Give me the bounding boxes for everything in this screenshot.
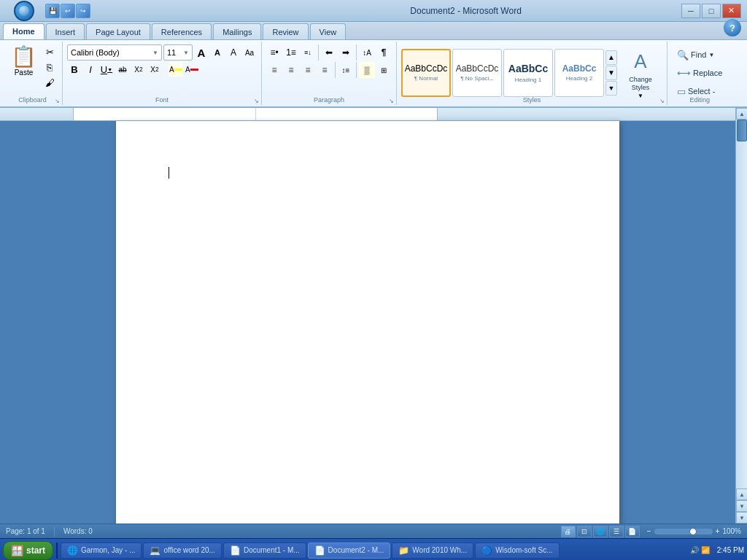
styles-scroll-up[interactable]: ▲ xyxy=(605,50,617,65)
tab-page-layout[interactable]: Page Layout xyxy=(86,23,150,39)
page-container[interactable] xyxy=(0,108,735,524)
style-heading1-preview: AaBbCc xyxy=(508,63,548,75)
styles-expander[interactable]: ↘ xyxy=(658,97,665,104)
document-page[interactable] xyxy=(116,121,619,524)
superscript-button[interactable]: X2 xyxy=(147,62,162,77)
font-name-arrow: ▼ xyxy=(152,50,158,56)
styles-scroll-down[interactable]: ▼ xyxy=(605,66,617,80)
shading-button[interactable]: ▒ xyxy=(359,62,375,78)
help-button[interactable]: ? xyxy=(724,19,741,36)
view-outline-button[interactable]: ☰ xyxy=(609,526,624,537)
replace-button[interactable]: ⟷ Replace xyxy=(672,64,727,82)
minimize-button[interactable]: ─ xyxy=(681,4,700,18)
show-marks-button[interactable]: ¶ xyxy=(376,44,392,61)
font-name-selector[interactable]: Calibri (Body) ▼ xyxy=(67,44,162,61)
cut-button[interactable]: ✂ xyxy=(42,44,58,59)
document-content[interactable] xyxy=(169,165,567,181)
taskbar-wisdom[interactable]: 🔵 Wisdom-soft Sc... xyxy=(475,542,559,559)
office-button[interactable] xyxy=(6,0,42,22)
scroll-up-button[interactable]: ▲ xyxy=(736,108,747,120)
font-shrink-button[interactable]: A xyxy=(210,45,225,60)
borders-button[interactable]: ⊞ xyxy=(376,62,392,78)
change-styles-icon: A xyxy=(629,47,652,76)
change-case-button[interactable]: Aa xyxy=(242,45,257,60)
styles-scroll-more[interactable]: ▼ xyxy=(605,81,617,96)
style-normal-preview: AaBbCcDc xyxy=(405,63,448,74)
underline-button[interactable]: U ▼ xyxy=(99,62,114,77)
quick-redo[interactable]: ↪ xyxy=(76,4,90,18)
tab-mailings[interactable]: Mailings xyxy=(213,23,261,39)
maximize-button[interactable]: □ xyxy=(702,4,721,18)
view-print-button[interactable]: 🖨 xyxy=(561,526,576,537)
multilevel-button[interactable]: ≡↓ xyxy=(300,44,316,61)
tab-home[interactable]: Home xyxy=(3,23,44,39)
replace-icon: ⟷ xyxy=(677,68,691,79)
line-spacing-button[interactable]: ↕≡ xyxy=(338,62,354,78)
tab-review[interactable]: Review xyxy=(263,23,308,39)
format-painter-button[interactable]: 🖌 xyxy=(42,75,58,90)
view-fullscreen-button[interactable]: ⊡ xyxy=(577,526,592,537)
start-button[interactable]: 🪟 start xyxy=(3,541,53,560)
style-no-spacing-box[interactable]: AaBbCcDc ¶ No Spaci... xyxy=(452,49,502,97)
paste-button[interactable]: 📋 Paste xyxy=(7,44,40,79)
page-info-label: Page: 1 of 1 xyxy=(6,527,45,535)
copy-button[interactable]: ⎘ xyxy=(42,60,58,74)
underline-arrow: ▼ xyxy=(107,67,112,72)
taskbar-word2010[interactable]: 📁 Word 2010 Wh... xyxy=(392,542,473,559)
view-buttons: 🖨 ⊡ 🌐 ☰ 📄 − + 100% xyxy=(561,526,741,537)
paragraph-expander[interactable]: ↘ xyxy=(387,97,395,104)
change-styles-button[interactable]: A ChangeStyles ▼ xyxy=(619,44,662,101)
zoom-in-button[interactable]: + xyxy=(716,527,720,535)
tab-view[interactable]: View xyxy=(310,23,347,39)
align-right-button[interactable]: ≡ xyxy=(300,62,316,78)
subscript-button[interactable]: X2 xyxy=(131,62,146,77)
quick-save[interactable]: 💾 xyxy=(45,4,60,18)
taskbar-garmon-label: Garmon, Jay - ... xyxy=(81,546,135,554)
taskbar-office[interactable]: 💻 office word 20... xyxy=(143,542,221,559)
scroll-expand-up[interactable]: ▲ xyxy=(736,489,747,500)
highlight-button[interactable]: A xyxy=(169,62,183,77)
scroll-down-button[interactable]: ▼ xyxy=(736,512,747,524)
style-heading2-box[interactable]: AaBbCc Heading 2 xyxy=(554,49,604,97)
clear-formatting-button[interactable]: A xyxy=(226,45,241,60)
taskbar-doc2[interactable]: 📄 Document2 - M... xyxy=(308,542,391,559)
style-heading1-box[interactable]: AaBbCc Heading 1 xyxy=(503,49,553,97)
zoom-out-button[interactable]: − xyxy=(647,527,651,535)
justify-button[interactable]: ≡ xyxy=(317,62,333,78)
sort-button[interactable]: ↕A xyxy=(359,44,375,61)
clipboard-expander[interactable]: ↘ xyxy=(53,97,61,104)
scroll-thumb-top[interactable] xyxy=(737,120,747,141)
bold-button[interactable]: B xyxy=(67,62,82,77)
increase-indent-button[interactable]: ➡ xyxy=(338,44,354,61)
italic-button[interactable]: I xyxy=(83,62,98,77)
font-expander[interactable]: ↘ xyxy=(252,97,260,104)
taskbar-doc1[interactable]: 📄 Document1 - M... xyxy=(223,542,306,559)
font-grow-button[interactable]: A xyxy=(194,45,209,60)
font-color-bar xyxy=(190,69,198,71)
tab-insert[interactable]: Insert xyxy=(46,23,85,39)
align-center-button[interactable]: ≡ xyxy=(283,62,299,78)
style-normal-box[interactable]: AaBbCcDc ¶ Normal xyxy=(401,49,451,97)
taskbar-garmon[interactable]: 🌐 Garmon, Jay - ... xyxy=(61,542,142,559)
system-tray: 🔊 📶 xyxy=(686,546,714,554)
office-orb[interactable] xyxy=(14,1,34,21)
view-web-button[interactable]: 🌐 xyxy=(593,526,608,537)
find-button[interactable]: 🔍 Find ▼ xyxy=(672,46,727,63)
scroll-expand-down[interactable]: ▼ xyxy=(736,500,747,512)
font-color-button[interactable]: A xyxy=(185,62,199,77)
bullets-button[interactable]: ≡• xyxy=(266,44,282,61)
view-draft-button[interactable]: 📄 xyxy=(625,526,640,537)
highlight-bar xyxy=(174,69,182,71)
tab-references[interactable]: References xyxy=(152,23,212,39)
scroll-track[interactable] xyxy=(736,141,747,489)
quick-undo[interactable]: ↩ xyxy=(61,4,75,18)
status-sep-1 xyxy=(54,526,55,537)
vertical-scrollbar[interactable]: ▲ ▲ ▼ ▼ xyxy=(735,108,747,524)
font-size-selector[interactable]: 11 ▼ xyxy=(163,44,193,61)
zoom-slider[interactable] xyxy=(654,529,713,534)
taskbar-wisdom-label: Wisdom-soft Sc... xyxy=(495,546,552,554)
decrease-indent-button[interactable]: ⬅ xyxy=(321,44,337,61)
strikethrough-button[interactable]: ab xyxy=(115,62,130,77)
align-left-button[interactable]: ≡ xyxy=(266,62,282,78)
numbering-button[interactable]: 1≡ xyxy=(283,44,299,61)
